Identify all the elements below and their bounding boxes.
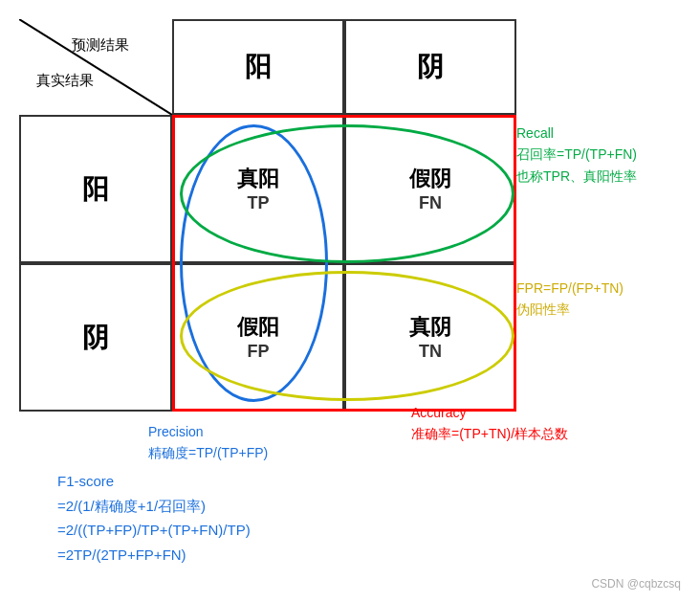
recall-annotation: Recall 召回率=TP/(TP+FN) 也称TPR、真阳性率 — [516, 123, 637, 187]
tn-label: 真阴 — [409, 313, 451, 342]
fn-code: FN — [419, 193, 442, 213]
tp-label: 真阳 — [237, 165, 279, 193]
f1-line1: =2/(1/精确度+1/召回率) — [57, 494, 251, 519]
recall-title: Recall — [516, 123, 637, 144]
confusion-matrix: 预测结果 真实结果 阳 阴 阳 阴 真阳 TP 假阴 FN 假阳 F — [19, 19, 536, 421]
watermark: CSDN @cqbzcsq — [591, 577, 681, 591]
svg-line-0 — [19, 19, 172, 115]
header-diagonal-cell: 预测结果 真实结果 — [19, 19, 172, 115]
precision-formula: 精确度=TP/(TP+FP) — [148, 442, 268, 463]
row-header-positive: 阳 — [19, 115, 172, 263]
precision-title: Precision — [148, 421, 268, 442]
tp-code: TP — [247, 193, 269, 213]
accuracy-title: Accuracy — [411, 402, 568, 423]
true-label: 真实结果 — [36, 72, 94, 90]
recall-note: 也称TPR、真阳性率 — [516, 166, 637, 187]
f1-title: F1-score — [57, 469, 251, 494]
fpr-annotation: FPR=FP/(FP+TN) 伪阳性率 — [516, 278, 623, 321]
fpr-formula: FPR=FP/(FP+TN) — [516, 278, 623, 299]
fpr-note: 伪阳性率 — [516, 299, 623, 320]
cell-fn: 假阴 FN — [344, 115, 516, 263]
f1-line2: =2/((TP+FP)/TP+(TP+FN)/TP) — [57, 518, 251, 543]
f1-line3: =2TP/(2TP+FP+FN) — [57, 543, 251, 568]
cell-tn: 真阴 TN — [344, 263, 516, 412]
tn-code: TN — [419, 342, 442, 362]
cell-fp: 假阳 FP — [172, 263, 344, 412]
col-header-negative: 阴 — [344, 19, 516, 115]
fp-code: FP — [247, 342, 269, 362]
predict-label: 预测结果 — [72, 36, 129, 55]
cell-tp: 真阳 TP — [172, 115, 344, 263]
recall-formula: 召回率=TP/(TP+FN) — [516, 144, 637, 165]
row-header-negative: 阴 — [19, 263, 172, 412]
accuracy-annotation: Accuracy 准确率=(TP+TN)/样本总数 — [411, 402, 568, 445]
fp-label: 假阳 — [237, 313, 279, 342]
col-header-positive: 阳 — [172, 19, 344, 115]
precision-annotation: Precision 精确度=TP/(TP+FP) — [148, 421, 268, 464]
accuracy-formula: 准确率=(TP+TN)/样本总数 — [411, 423, 568, 444]
f1-annotation: F1-score =2/(1/精确度+1/召回率) =2/((TP+FP)/TP… — [57, 469, 251, 567]
main-container: 预测结果 真实结果 阳 阴 阳 阴 真阳 TP 假阴 FN 假阳 F — [0, 0, 700, 602]
fn-label: 假阴 — [409, 165, 451, 193]
